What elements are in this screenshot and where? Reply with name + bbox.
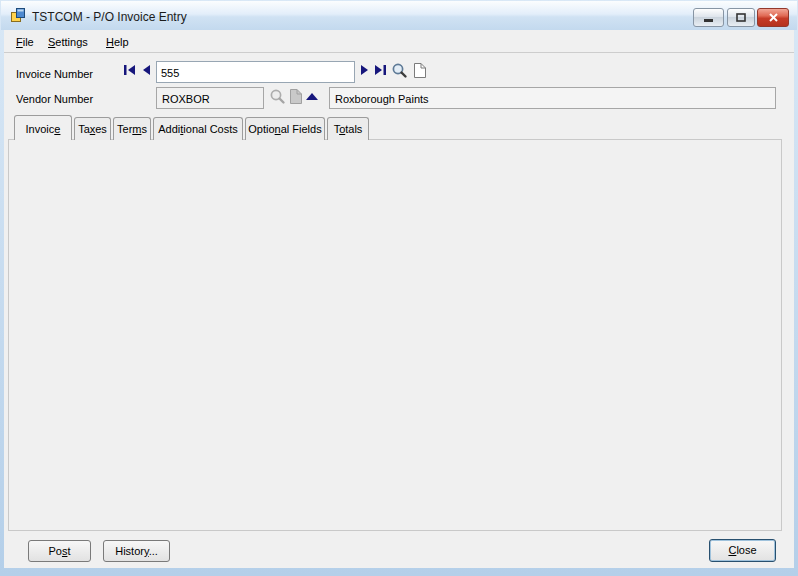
search-icon xyxy=(391,62,408,79)
next-record-icon xyxy=(359,63,371,77)
last-record-icon xyxy=(372,63,388,77)
tab-totals[interactable]: Totals xyxy=(327,117,369,140)
previous-record-icon xyxy=(140,63,152,77)
vendor-number-label: Vendor Number xyxy=(16,93,93,106)
history-button[interactable]: History... xyxy=(103,540,170,562)
new-document-icon xyxy=(289,88,303,105)
vendor-finder-button-disabled xyxy=(269,88,286,107)
search-icon xyxy=(269,88,286,105)
tab-taxes[interactable]: Taxes xyxy=(74,117,111,140)
vendor-name-field: Roxborough Paints xyxy=(329,87,776,109)
maximize-button[interactable] xyxy=(727,8,755,27)
new-document-icon xyxy=(413,62,427,79)
minimize-icon xyxy=(703,13,715,23)
tab-terms[interactable]: Terms xyxy=(113,117,151,140)
window-title: TSTCOM - P/O Invoice Entry xyxy=(32,10,187,24)
vendor-number-field: ROXBOR xyxy=(156,87,264,109)
tab-additional-costs[interactable]: Additional Costs xyxy=(153,117,243,140)
previous-record-button[interactable] xyxy=(140,63,152,79)
app-icon xyxy=(10,7,26,23)
first-record-button[interactable] xyxy=(122,63,138,79)
menu-item-help[interactable]: Help xyxy=(100,34,135,51)
tab-panel xyxy=(8,139,782,531)
tab-invoice[interactable]: Invoice xyxy=(14,115,72,140)
window: TSTCOM - P/O Invoice Entry File Settings… xyxy=(0,0,798,576)
minimize-button[interactable] xyxy=(693,8,724,27)
first-record-icon xyxy=(122,63,138,77)
invoice-number-label: Invoice Number xyxy=(16,68,93,81)
maximize-icon xyxy=(735,12,747,23)
vendor-zoom-button[interactable] xyxy=(306,93,318,100)
new-invoice-button[interactable] xyxy=(413,62,427,81)
next-record-button[interactable] xyxy=(359,63,371,79)
menu-item-file[interactable]: File xyxy=(10,34,40,51)
close-icon xyxy=(768,12,779,23)
close-window-button[interactable] xyxy=(757,8,789,27)
close-button[interactable]: Close xyxy=(709,539,776,562)
menu-item-settings[interactable]: Settings xyxy=(42,34,94,51)
post-button[interactable]: Post xyxy=(28,540,91,562)
invoice-number-input[interactable]: 555 xyxy=(156,61,355,83)
vendor-new-button-disabled xyxy=(289,88,303,107)
tab-optional-fields[interactable]: Optional Fields xyxy=(245,117,325,140)
last-record-button[interactable] xyxy=(372,63,388,79)
invoice-finder-button[interactable] xyxy=(391,62,408,81)
